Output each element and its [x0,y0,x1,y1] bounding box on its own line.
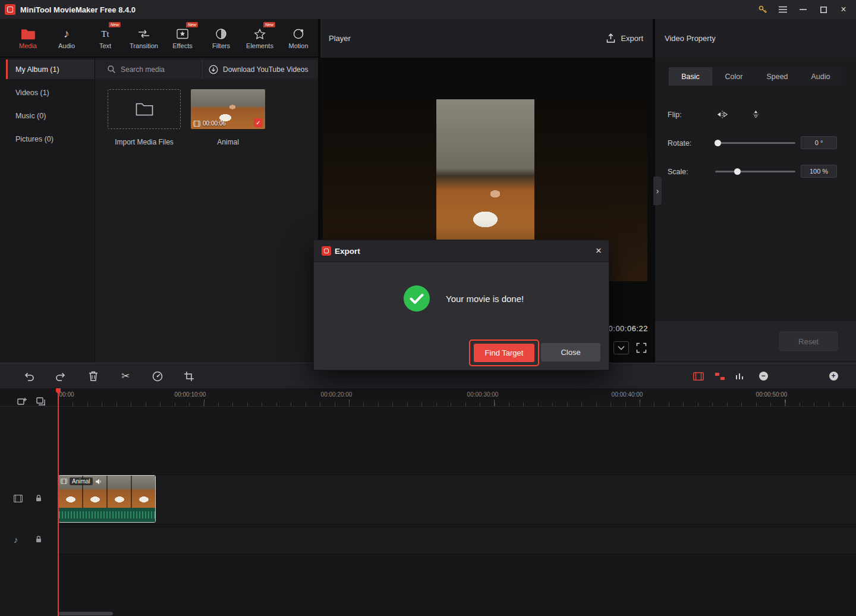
tab-filters[interactable]: Filters [204,21,238,56]
album-sidebar: My Album (1) Videos (1) Music (0) Pictur… [0,58,95,363]
sidebar-item-my-album[interactable]: My Album (1) [6,59,95,79]
timeline-scrollbar[interactable] [58,612,113,615]
tab-effects[interactable]: New Effects [165,21,200,56]
export-icon [606,33,616,43]
rotate-slider[interactable] [715,142,795,144]
clip-duration-text: 00:00:06 [203,120,226,127]
find-target-button[interactable]: Find Target [474,344,534,362]
tab-media[interactable]: Media [11,21,45,56]
menu-icon[interactable] [773,0,793,19]
player-title: Player [329,34,351,43]
red-film-icon[interactable] [691,363,706,389]
redo-icon[interactable] [54,363,68,389]
media-folder-icon [21,27,35,40]
resolution-dropdown[interactable] [613,341,629,354]
sidebar-item-label: My Album (1) [15,65,59,74]
film-icon [193,121,200,127]
success-check-icon [404,285,430,312]
timeline-ruler[interactable]: 00:00 00:00:10:00 00:00:20:00 00:00:30:0… [0,388,856,407]
tab-elements[interactable]: New Elements [243,21,277,56]
panel-collapse-chevron[interactable]: › [653,177,662,205]
text-icon: Tt [101,27,109,40]
fullscreen-icon[interactable] [635,341,648,354]
delete-icon[interactable] [86,363,100,389]
sidebar-item-pictures[interactable]: Pictures (0) [6,129,95,149]
minus-icon: − [759,372,768,381]
audio-track[interactable] [58,527,856,554]
export-button[interactable]: Export [606,33,643,43]
titlebar-controls: × [753,0,856,19]
maximize-button[interactable] [813,0,833,19]
scale-slider[interactable] [715,171,795,172]
audio-track-lock-icon[interactable] [35,535,42,543]
minimize-button[interactable] [793,0,813,19]
track-header-gutter [0,407,58,616]
undo-icon[interactable] [22,363,36,389]
track-manager-icon[interactable] [36,397,46,406]
import-media-dropzone[interactable] [108,89,181,129]
search-placeholder: Search media [121,65,165,74]
tab-transition[interactable]: Transition [127,21,161,56]
export-dialog-titlebar: Export × [314,240,609,262]
license-key-icon[interactable] [753,0,773,19]
rotate-value[interactable]: 0 ° [801,136,837,149]
tab-audio[interactable]: Audio [799,67,842,86]
sidebar-item-label: Videos (1) [15,89,49,97]
reset-button[interactable]: Reset [779,331,838,351]
scale-slider-knob[interactable] [734,168,741,175]
search-input[interactable]: Search media [95,59,202,79]
split-scissors-icon[interactable]: ✂ [118,363,133,389]
tab-basic[interactable]: Basic [669,67,712,86]
add-track-icon[interactable] [17,397,27,407]
flip-horizontal-icon[interactable] [715,108,729,121]
speed-icon[interactable] [150,363,165,389]
zoom-in-icon[interactable]: + [826,363,841,389]
video-property-panel: Basic Color Speed Audio Flip: Rotate: 0 … [655,58,856,363]
tab-color[interactable]: Color [712,67,756,86]
plus-icon: + [829,372,838,381]
video-track-lock-icon[interactable] [35,494,42,502]
audio-note-icon: ♪ [64,27,70,40]
media-clip-name: Animal [191,138,265,146]
dialog-close-icon[interactable]: × [588,240,609,262]
rotate-slider-knob[interactable] [715,140,721,146]
folder-icon [136,102,153,117]
player-header: Player Export [319,19,653,58]
rotate-label: Rotate: [668,139,691,147]
sidebar-item-music[interactable]: Music (0) [6,106,95,125]
media-clip-animal[interactable]: 00:00:06 ✓ [191,89,265,129]
red-clips-icon[interactable] [713,363,727,389]
waveform-pattern [59,511,155,518]
dialog-close-button[interactable]: Close [541,343,600,362]
close-button[interactable]: × [833,0,854,19]
timeline-clip-animal[interactable]: Animal [58,475,156,523]
sidebar-item-videos[interactable]: Videos (1) [6,83,95,102]
video-track[interactable] [58,474,856,524]
property-title: Video Property [665,34,716,43]
download-youtube-button[interactable]: Download YouTube Videos [202,59,318,79]
titlebar: MiniTool MovieMaker Free 8.4.0 × [0,0,856,19]
new-badge: New [263,22,275,27]
export-dialog-title: Export [335,247,360,256]
tab-speed[interactable]: Speed [756,67,799,86]
zoom-out-icon[interactable]: − [756,363,770,389]
window-title: MiniTool MovieMaker Free 8.4.0 [20,5,136,14]
player-timecode: 0:00:06:22 [609,324,648,333]
sidebar-item-label: Pictures (0) [15,135,54,143]
flip-vertical-icon[interactable] [748,108,763,121]
clip-waveform [59,508,155,522]
tab-label: Media [19,42,37,49]
audio-level-icon[interactable] [732,363,747,389]
crop-icon[interactable] [182,363,196,389]
scale-value[interactable]: 100 % [801,165,837,178]
tab-audio[interactable]: ♪ Audio [49,21,84,56]
video-track-icon [14,495,23,502]
app-logo-icon [5,4,15,15]
playhead[interactable] [58,388,59,616]
tab-text[interactable]: New Tt Text [88,21,122,56]
clip-selected-check-icon: ✓ [254,118,263,127]
film-icon [61,479,67,484]
motion-icon [292,27,304,40]
tab-motion[interactable]: Motion [281,21,316,56]
clip-thumbnails: Animal [59,476,155,508]
